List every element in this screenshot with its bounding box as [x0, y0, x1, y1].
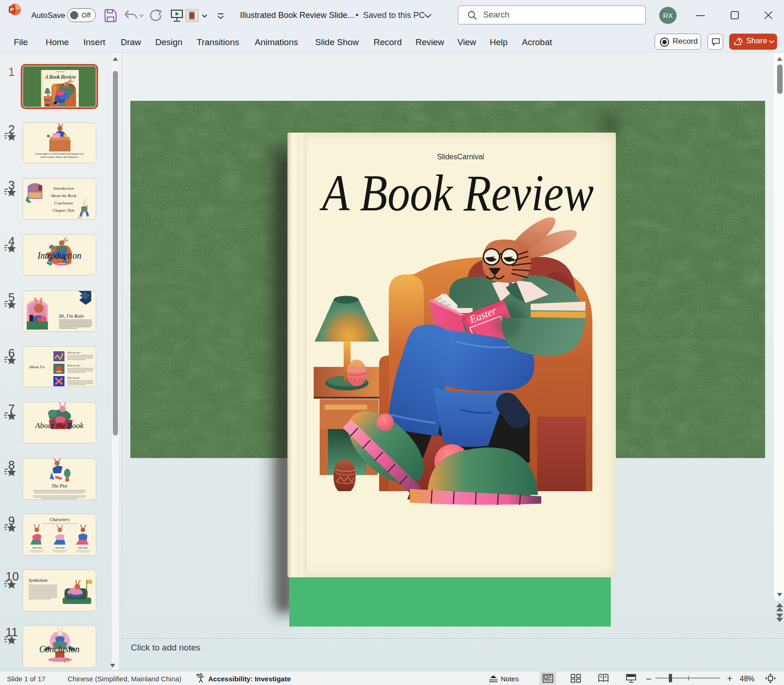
svg-text:Chapter Title: Chapter Title — [53, 208, 75, 213]
svg-text:Conclusion: Conclusion — [54, 201, 73, 205]
svg-text:Hi, I'm Rain: Hi, I'm Rain — [59, 313, 84, 319]
svg-text:A Book Review: A Book Review — [44, 74, 76, 80]
svg-text:Why we do?: Why we do? — [67, 377, 80, 379]
svg-text:About the Book: About the Book — [50, 193, 76, 198]
svg-text:Jane Doe: Jane Doe — [55, 546, 65, 549]
svg-text:Introduction: Introduction — [53, 186, 74, 191]
svg-text:What we do?: What we do? — [67, 364, 81, 367]
svg-text:Characters: Characters — [50, 517, 70, 522]
svg-text:book's content, themes, and ch: book's content, themes, and characters. — [41, 156, 78, 158]
svg-text:Conclusion: Conclusion — [39, 644, 79, 654]
svg-text:SlidesCarnival: SlidesCarnival — [56, 71, 65, 73]
svg-text:The Plot: The Plot — [52, 483, 67, 488]
svg-text:Symbolism: Symbolism — [29, 578, 47, 583]
svg-text:P: P — [10, 7, 14, 12]
svg-text:About the Book: About the Book — [35, 421, 84, 430]
svg-text:John Doe: John Doe — [32, 546, 42, 549]
svg-text:A book report is a brief summa: A book report is a brief summary and ana… — [35, 152, 84, 155]
svg-text:Introduction: Introduction — [37, 251, 81, 261]
svg-text:Jane Doe: Jane Doe — [78, 546, 88, 549]
svg-text:Who we are?: Who we are? — [67, 351, 81, 354]
svg-text:About Us: About Us — [29, 365, 45, 369]
